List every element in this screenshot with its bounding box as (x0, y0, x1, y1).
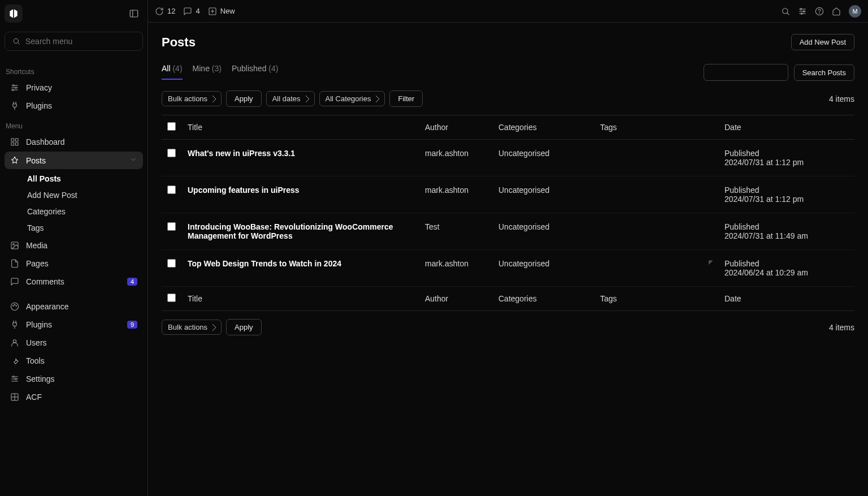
app-logo[interactable] (5, 5, 23, 23)
col-author[interactable]: Author (419, 115, 493, 140)
search-menu-input[interactable] (5, 32, 143, 51)
tab-label: Published (232, 64, 267, 73)
shortcut-privacy[interactable]: Privacy (5, 79, 143, 96)
col-tags[interactable]: Tags (594, 115, 719, 140)
add-new-post-button[interactable]: Add New Post (791, 34, 854, 50)
sliders-icon (10, 374, 19, 383)
col-author[interactable]: Author (419, 287, 493, 311)
home-icon[interactable] (832, 7, 841, 16)
select-all-checkbox-bottom[interactable] (167, 294, 176, 302)
search-posts-button[interactable]: Search Posts (794, 64, 854, 81)
svg-line-3 (18, 43, 20, 45)
select-all-checkbox[interactable] (167, 122, 176, 131)
svg-rect-14 (15, 143, 18, 145)
row-title[interactable]: Upcoming features in uiPress (182, 176, 419, 213)
row-categories[interactable]: Uncategorised (493, 176, 594, 213)
row-author[interactable]: mark.ashton (419, 140, 493, 176)
nav-pages[interactable]: Pages (5, 255, 143, 272)
apply-button[interactable]: Apply (226, 90, 262, 107)
nav-acf[interactable]: ACF (5, 389, 143, 406)
row-categories[interactable]: Uncategorised (493, 140, 594, 176)
svg-point-7 (13, 85, 15, 87)
row-checkbox[interactable] (167, 149, 176, 157)
search-icon[interactable] (781, 7, 790, 16)
topbar-new[interactable]: New (208, 7, 235, 16)
shortcut-plugins[interactable]: Plugins (5, 97, 143, 114)
tab-mine[interactable]: Mine (3) (193, 64, 222, 80)
row-checkbox[interactable] (167, 259, 176, 268)
sticky-icon: ◤ (709, 259, 713, 265)
svg-point-18 (13, 305, 14, 306)
file-icon (10, 259, 19, 268)
submenu-add-post[interactable]: Add New Post (20, 187, 143, 203)
nav-label: Dashboard (26, 137, 137, 146)
col-date[interactable]: Date (719, 287, 854, 311)
nav-label: Plugins (26, 320, 120, 329)
svg-point-27 (15, 378, 17, 380)
row-categories[interactable]: Uncategorised (493, 250, 594, 287)
tab-published[interactable]: Published (4) (232, 64, 279, 80)
comments-badge: 4 (127, 278, 137, 286)
row-categories[interactable]: Uncategorised (493, 213, 594, 250)
row-checkbox[interactable] (167, 186, 176, 194)
nav-label: Posts (26, 156, 123, 165)
row-date: Published 2024/07/31 at 11:49 am (719, 213, 854, 250)
topbar: 12 4 New M (148, 0, 868, 23)
refresh-icon (155, 7, 164, 16)
sidebar-collapse-icon[interactable] (126, 6, 142, 21)
col-tags[interactable]: Tags (594, 287, 719, 311)
bulk-actions-select[interactable]: Bulk actions (162, 91, 222, 106)
filter-button[interactable]: Filter (389, 90, 423, 107)
search-icon (12, 37, 21, 46)
row-author[interactable]: mark.ashton (419, 250, 493, 287)
nav-dashboard[interactable]: Dashboard (5, 133, 143, 150)
submenu-categories[interactable]: Categories (20, 204, 143, 219)
topbar-updates[interactable]: 12 (155, 7, 175, 16)
nav-tools[interactable]: Tools (5, 352, 143, 369)
bulk-actions-select-bottom[interactable]: Bulk actions (162, 320, 222, 335)
search-menu-field[interactable] (25, 37, 136, 46)
table-row: Top Web Design Trends to Watch in 2024 m… (162, 250, 854, 287)
nav-users[interactable]: Users (5, 334, 143, 351)
plug-icon (10, 101, 19, 110)
nav-plugins[interactable]: Plugins 9 (5, 316, 143, 333)
row-title[interactable]: Introducing WooBase: Revolutionizing Woo… (182, 213, 419, 250)
nav-appearance[interactable]: Appearance (5, 298, 143, 315)
tab-label: All (162, 64, 171, 73)
col-title[interactable]: Title (182, 115, 419, 140)
tab-label: Mine (193, 64, 210, 73)
row-author[interactable]: mark.ashton (419, 176, 493, 213)
svg-line-35 (787, 13, 789, 15)
col-date[interactable]: Date (719, 115, 854, 140)
nav-media[interactable]: Media (5, 237, 143, 254)
grid-icon (10, 393, 19, 402)
dates-select[interactable]: All dates (266, 91, 315, 106)
nav-settings[interactable]: Settings (5, 370, 143, 387)
apply-button-bottom[interactable]: Apply (226, 319, 262, 335)
main-area: 12 4 New M Posts Add New Post (148, 0, 868, 496)
row-author[interactable]: Test (419, 213, 493, 250)
topbar-comments[interactable]: 4 (183, 7, 199, 16)
tab-count: (4) (172, 64, 182, 73)
row-title[interactable]: Top Web Design Trends to Watch in 2024 (182, 250, 419, 287)
posts-search-input[interactable] (704, 64, 788, 81)
col-categories[interactable]: Categories (493, 287, 594, 311)
categories-select[interactable]: All Categories (319, 91, 385, 106)
row-tags (594, 213, 719, 250)
col-categories[interactable]: Categories (493, 115, 594, 140)
svg-point-20 (16, 305, 16, 306)
submenu-all-posts[interactable]: All Posts (20, 171, 143, 187)
nav-comments[interactable]: Comments 4 (5, 273, 143, 290)
svg-point-9 (12, 89, 14, 91)
help-icon[interactable] (815, 7, 824, 16)
user-avatar[interactable]: M (849, 5, 861, 18)
submenu-tags[interactable]: Tags (20, 220, 143, 236)
row-title[interactable]: What's new in uiPress v3.3.1 (182, 140, 419, 176)
status-tabs: All (4) Mine (3) Published (4) (162, 64, 278, 80)
nav-posts[interactable]: Posts (5, 152, 143, 169)
settings-icon[interactable] (798, 7, 807, 16)
col-title[interactable]: Title (182, 287, 419, 311)
row-checkbox[interactable] (167, 222, 176, 231)
tab-all[interactable]: All (4) (162, 64, 183, 80)
tab-count: (3) (212, 64, 222, 73)
